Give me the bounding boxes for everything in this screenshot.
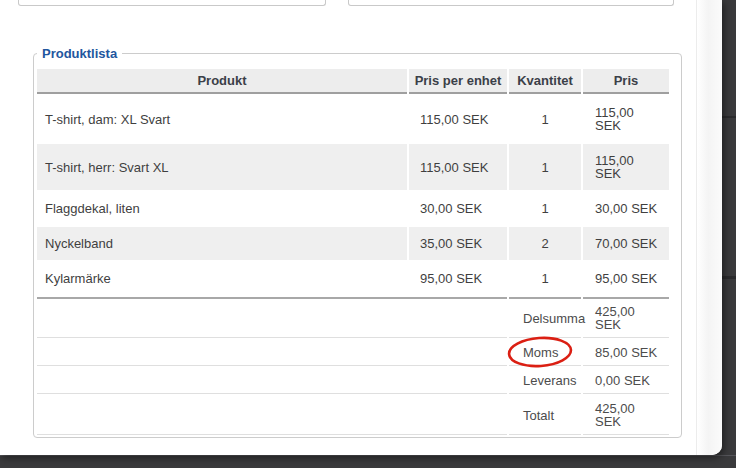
cell-product: T-shirt, dam: XL Svart (37, 96, 407, 142)
table-row: T-shirt, herr: Svart XL115,00 SEK1115,00… (37, 144, 669, 190)
summary-label-text: Leverans (523, 373, 576, 388)
cell-product: T-shirt, herr: Svart XL (37, 144, 407, 190)
cell-product: Nyckelband (37, 227, 407, 260)
product-table: Produkt Pris per enhet Kvantitet Pris T-… (35, 67, 671, 437)
cell-unit: 30,00 SEK (409, 192, 507, 225)
summary-value: 425,00 SEK (583, 297, 669, 338)
cell-unit: 115,00 SEK (409, 144, 507, 190)
cell-price: 95,00 SEK (583, 262, 669, 295)
summary-label-text: Moms (523, 346, 558, 359)
content-panel: Produktlista Produkt Pris per enhet Kvan… (0, 0, 722, 455)
summary-label: Delsumma (509, 297, 581, 338)
cell-price: 70,00 SEK (583, 227, 669, 260)
cell-price: 115,00 SEK (583, 144, 669, 190)
cell-qty: 1 (509, 96, 581, 142)
cell-qty: 1 (509, 144, 581, 190)
summary-empty-cell (37, 368, 507, 394)
cell-product: Flaggdekal, liten (37, 192, 407, 225)
table-row: Flaggdekal, liten30,00 SEK130,00 SEK (37, 192, 669, 225)
table-row: Nyckelband35,00 SEK270,00 SEK (37, 227, 669, 260)
backdrop-edge-highlight (0, 455, 736, 456)
cell-price: 30,00 SEK (583, 192, 669, 225)
product-list-legend: Produktlista (37, 46, 122, 61)
summary-value: 85,00 SEK (583, 340, 669, 366)
summary-label: Moms (509, 340, 581, 366)
summary-row: Leverans0,00 SEK (37, 368, 669, 394)
column-header-price: Pris (583, 69, 669, 94)
summary-label-text: Delsumma (523, 311, 585, 326)
summary-empty-cell (37, 297, 507, 338)
cell-qty: 2 (509, 227, 581, 260)
summary-row: Moms85,00 SEK (37, 340, 669, 366)
truncated-fieldset-right (348, 0, 674, 6)
column-header-product: Produkt (37, 69, 407, 94)
cell-qty: 1 (509, 192, 581, 225)
summary-empty-cell (37, 396, 507, 435)
cell-qty: 1 (509, 262, 581, 295)
cell-unit: 35,00 SEK (409, 227, 507, 260)
summary-label: Leverans (509, 368, 581, 394)
cell-product: Kylarmärke (37, 262, 407, 295)
truncated-fieldset-left (18, 0, 326, 6)
cell-price: 115,00 SEK (583, 96, 669, 142)
cell-unit: 95,00 SEK (409, 262, 507, 295)
table-header-row: Produkt Pris per enhet Kvantitet Pris (37, 69, 669, 94)
scrollbar-track[interactable] (696, 0, 722, 455)
column-header-quantity: Kvantitet (509, 69, 581, 94)
backdrop-divider (722, 276, 736, 279)
red-ellipse-annotation (507, 336, 573, 368)
product-list-fieldset: Produktlista Produkt Pris per enhet Kvan… (33, 46, 682, 438)
summary-row: Totalt425,00 SEK (37, 396, 669, 435)
summary-label: Totalt (509, 396, 581, 435)
summary-row: Delsumma425,00 SEK (37, 297, 669, 338)
table-row: T-shirt, dam: XL Svart115,00 SEK1115,00 … (37, 96, 669, 142)
summary-value: 0,00 SEK (583, 368, 669, 394)
table-row: Kylarmärke95,00 SEK195,00 SEK (37, 262, 669, 295)
backdrop-divider (722, 116, 736, 118)
summary-value: 425,00 SEK (583, 396, 669, 435)
summary-empty-cell (37, 340, 507, 366)
cell-unit: 115,00 SEK (409, 96, 507, 142)
column-header-unit-price: Pris per enhet (409, 69, 507, 94)
summary-label-text: Totalt (523, 408, 554, 423)
